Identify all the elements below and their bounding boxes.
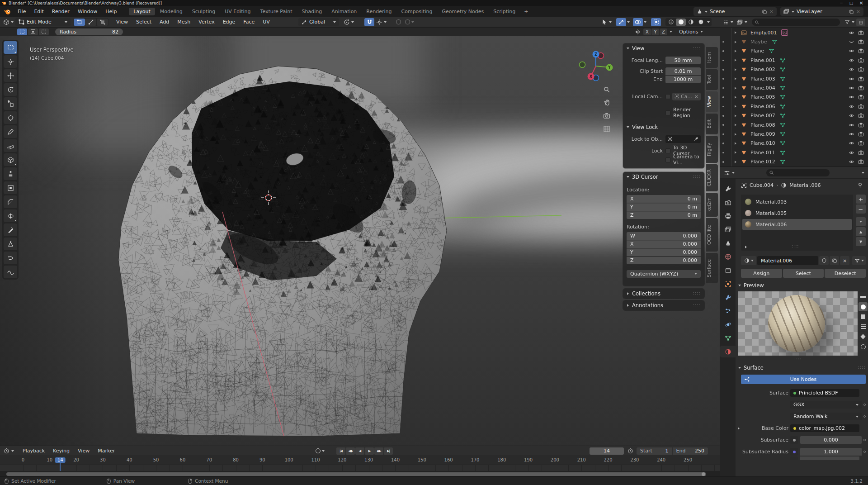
remove-slot-button[interactable]: − (856, 204, 866, 214)
object-name[interactable]: Plane.009 (750, 131, 775, 137)
workspace-tab-uv-editing[interactable]: UV Editing (220, 8, 255, 15)
new-collection-button[interactable] (856, 19, 865, 26)
slot-list-expander-icon[interactable] (745, 246, 747, 248)
object-visibility-dropdown[interactable] (600, 19, 613, 25)
object-name[interactable]: Plane.003 (750, 76, 775, 82)
current-frame-field[interactable]: 14 (590, 447, 624, 455)
expander-icon[interactable] (735, 124, 736, 126)
start-frame-field[interactable]: Start1 (637, 447, 673, 455)
vertex-select-mode-button[interactable] (74, 19, 85, 26)
expander-icon[interactable] (735, 50, 736, 52)
render-visibility-icon[interactable] (858, 30, 864, 36)
expander-icon[interactable] (735, 161, 736, 163)
slot-specials-dropdown[interactable] (856, 217, 866, 226)
editor-type-button[interactable] (3, 19, 14, 25)
tool-extrude-region[interactable] (4, 167, 17, 180)
unlink-material-button[interactable]: × (840, 256, 849, 265)
current-frame-badge[interactable]: 14 (55, 457, 66, 463)
surface-expand-icon[interactable] (738, 367, 741, 369)
outliner-item-plane.004[interactable]: Plane.004 (720, 83, 868, 92)
tool-knife[interactable] (4, 223, 17, 236)
tool-loop-cut[interactable] (4, 209, 17, 222)
pan-tool-icon[interactable] (603, 99, 610, 106)
render-visibility-icon[interactable] (858, 113, 864, 119)
tool-rotate[interactable] (4, 83, 17, 96)
tool-measure[interactable] (4, 139, 17, 152)
options-dropdown[interactable]: Options (679, 29, 698, 35)
close-button[interactable]: × (856, 0, 866, 6)
preview-type-flat-button[interactable] (859, 292, 868, 301)
workspace-tab-modeling[interactable]: Modeling (156, 8, 187, 15)
timeline-editor-dropdown-icon[interactable] (11, 450, 14, 452)
preview-type-sphere-button[interactable] (859, 302, 868, 311)
material-name-field[interactable]: Material.006 (757, 256, 818, 265)
tool-annotate[interactable] (4, 125, 17, 138)
tool-cursor[interactable] (4, 55, 17, 68)
preview-type-fluid-button[interactable] (859, 342, 868, 351)
navigation-gizmo[interactable]: Z Y X (575, 44, 617, 86)
tool-select-box[interactable] (4, 41, 17, 54)
filter-dropdown-icon[interactable] (852, 21, 854, 23)
timeline-editor-icon[interactable] (4, 448, 9, 454)
mirror-z-toggle[interactable]: Z (660, 29, 667, 35)
pin-icon[interactable] (857, 182, 863, 188)
npanel-tab-kei2m[interactable]: kei2m (706, 193, 718, 217)
timeline-menu-playback[interactable]: Playback (19, 447, 49, 455)
tool-transform[interactable] (4, 111, 17, 124)
material-slot-material.006[interactable]: Material.006 (742, 219, 852, 230)
render-visibility-icon[interactable] (858, 131, 864, 137)
transform-orientation-dropdown[interactable]: Global (298, 18, 339, 26)
main-menu-render[interactable]: Render (48, 8, 74, 15)
outliner-item-plane.010[interactable]: Plane.010 (720, 139, 868, 148)
npanel-tab-clickr[interactable]: CLICKR (706, 164, 718, 191)
render-visibility-icon[interactable] (858, 39, 864, 45)
viewport-menu-add[interactable]: Add (156, 18, 173, 26)
object-name[interactable]: Plane.006 (750, 104, 775, 109)
properties-tab-world[interactable] (720, 251, 736, 262)
properties-tab-object[interactable] (720, 278, 736, 290)
rotation-mode-dropdown[interactable]: Quaternion (WXYZ) (627, 270, 701, 278)
select-button[interactable]: Select (783, 269, 824, 278)
outliner-editor-icon[interactable] (723, 19, 729, 25)
properties-tab-particles[interactable] (720, 305, 736, 317)
workspace-tab-animation[interactable]: Animation (327, 8, 361, 15)
expander-icon[interactable] (735, 59, 736, 62)
shading-dropdown-icon[interactable] (707, 21, 710, 23)
outliner-item-plane.012[interactable]: Plane.012 (720, 157, 868, 166)
tool-scale[interactable] (4, 97, 17, 110)
preview-expand-icon[interactable] (738, 285, 741, 286)
workspace-tab-geometry-nodes[interactable]: Geometry Nodes (437, 8, 488, 15)
properties-tab-object-data[interactable] (720, 332, 736, 344)
cursor-ry-field[interactable]: Y0.000 (627, 248, 701, 256)
render-visibility-icon[interactable] (858, 85, 864, 91)
eye-icon[interactable] (849, 122, 854, 128)
outliner-item-plane.011[interactable]: Plane.011 (720, 148, 868, 157)
playback-next-keyframe-button[interactable]: ◆▶ (374, 447, 383, 455)
shading-material-button[interactable] (686, 19, 696, 26)
workspace-tab-shading[interactable]: Shading (297, 8, 327, 15)
viewport-menu-view[interactable]: View (112, 18, 132, 26)
outliner-item-plane.008[interactable]: Plane.008 (720, 120, 868, 129)
shading-wireframe-button[interactable] (666, 19, 676, 26)
preview-type-cube-button[interactable] (859, 312, 868, 321)
object-name[interactable]: Plane (750, 48, 764, 54)
properties-tab-render[interactable] (720, 196, 736, 208)
outliner-editor-dropdown-icon[interactable] (731, 21, 733, 23)
expander-icon[interactable] (735, 105, 736, 108)
outliner-item-plane.009[interactable]: Plane.009 (720, 129, 868, 138)
scene-unlink-icon[interactable]: × (769, 9, 774, 14)
zoom-tool-icon[interactable] (603, 86, 610, 93)
viewport-menu-uv[interactable]: UV (259, 18, 274, 26)
gizmo-neg-y-ball[interactable] (580, 62, 585, 68)
playback-jump-to-end-button[interactable]: ▶| (384, 447, 393, 455)
eyedropper-icon[interactable] (693, 137, 698, 142)
outliner-item-plane.007[interactable]: Plane.007 (720, 111, 868, 120)
tool-move[interactable] (4, 69, 17, 82)
object-name[interactable]: Plane.010 (750, 140, 775, 146)
viewport-canvas[interactable] (0, 36, 720, 446)
eye-icon[interactable] (849, 76, 854, 82)
face-select-mode-button[interactable] (97, 19, 108, 26)
main-menu-file[interactable]: File (14, 8, 30, 15)
clip-start-field[interactable]: 0.01 m (665, 67, 701, 75)
collections-expand-icon[interactable] (627, 292, 629, 295)
